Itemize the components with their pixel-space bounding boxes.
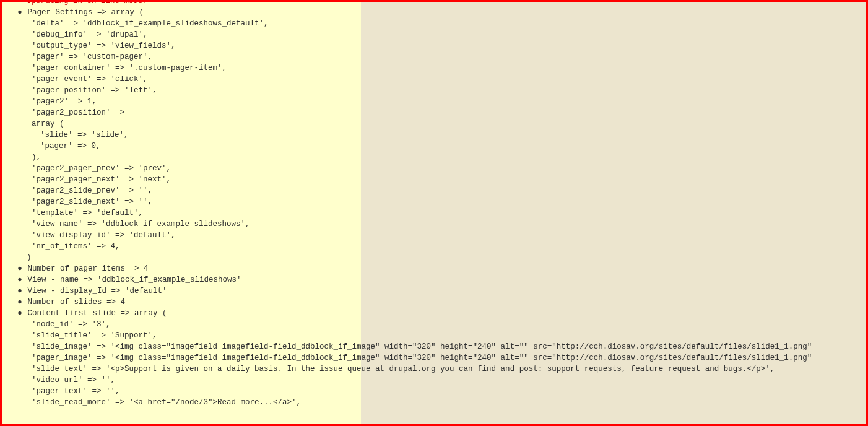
debug-line: 'pager_container' => '.custom-pager-item… xyxy=(2,63,812,74)
debug-line: 'debug_info' => 'drupal', xyxy=(2,29,812,40)
line-text: View - display_Id => 'default' xyxy=(23,287,167,295)
debug-line: ● View - name => 'ddblock_if_example_sli… xyxy=(2,274,812,285)
debug-line: 'slide' => 'slide', xyxy=(2,129,812,141)
debug-line: ● Number of pager items => 4 xyxy=(2,263,812,274)
bullet-icon: ● xyxy=(17,285,23,297)
debug-line: ● View - display_Id => 'default' xyxy=(2,285,812,297)
bullet-icon: ● xyxy=(17,7,23,18)
bullet-icon: ● xyxy=(17,308,23,319)
debug-line: 'view_name' => 'ddblock_if_example_slide… xyxy=(2,219,812,230)
line-text: Number of pager items => 4 xyxy=(23,264,149,273)
debug-line: ) xyxy=(2,252,812,263)
line-text: Number of slides => 4 xyxy=(23,298,125,306)
debug-line: 'pager2_slide_next' => '', xyxy=(2,196,812,207)
debug-line: 'slide_title' => 'Support', xyxy=(2,330,812,341)
debug-line: 'pager2_slide_prev' => '', xyxy=(2,185,812,196)
bullet-icon: ● xyxy=(17,274,23,285)
debug-line: 'output_type' => 'view_fields', xyxy=(2,40,812,51)
debug-line: 'pager2' => 1, xyxy=(2,96,812,107)
debug-line: 'pager2_pager_prev' => 'prev', xyxy=(2,163,812,174)
debug-line: ), xyxy=(2,152,812,163)
debug-line: 'pager' => 'custom-pager', xyxy=(2,51,812,63)
debug-line: 'pager_text' => '', xyxy=(2,386,812,397)
debug-line: 'node_id' => '3', xyxy=(2,319,812,330)
debug-line: 'pager2_pager_next' => 'next', xyxy=(2,174,812,185)
debug-output-page: Operating in on-line mode. ● Pager Setti… xyxy=(2,2,866,424)
bullet-icon: ● xyxy=(17,297,23,308)
debug-line: 'pager_event' => 'click', xyxy=(2,74,812,85)
debug-line: 'template' => 'default', xyxy=(2,207,812,219)
line-text: Pager Settings => array ( xyxy=(23,8,144,17)
debug-line: 'pager2_position' => xyxy=(2,107,812,118)
line-text: Content first slide => array ( xyxy=(23,309,167,318)
truncated-line: Operating in on-line mode. xyxy=(2,0,812,7)
debug-content: Operating in on-line mode. ● Pager Setti… xyxy=(2,2,812,408)
debug-line: 'view_display_id' => 'default', xyxy=(2,230,812,241)
debug-line: 'delta' => 'ddblock_if_example_slideshow… xyxy=(2,18,812,29)
debug-line: 'video_url' => '', xyxy=(2,375,812,386)
debug-line: 'pager' => 0, xyxy=(2,141,812,152)
debug-line: 'pager_image' => '<img class="imagefield… xyxy=(2,352,812,363)
debug-line: 'slide_image' => '<img class="imagefield… xyxy=(2,341,812,352)
debug-line: 'nr_of_items' => 4, xyxy=(2,241,812,252)
debug-line: array ( xyxy=(2,118,812,129)
debug-line: 'pager_position' => 'left', xyxy=(2,85,812,96)
debug-line: 'slide_text' => '<p>Support is given on … xyxy=(2,363,812,375)
bullet-icon: ● xyxy=(17,263,23,274)
line-text: View - name => 'ddblock_if_example_slide… xyxy=(23,276,241,284)
debug-line: ● Pager Settings => array ( xyxy=(2,7,812,18)
debug-line: ● Content first slide => array ( xyxy=(2,308,812,319)
debug-line: ● Number of slides => 4 xyxy=(2,297,812,308)
debug-line: 'slide_read_more' => '<a href="/node/3">… xyxy=(2,397,812,408)
